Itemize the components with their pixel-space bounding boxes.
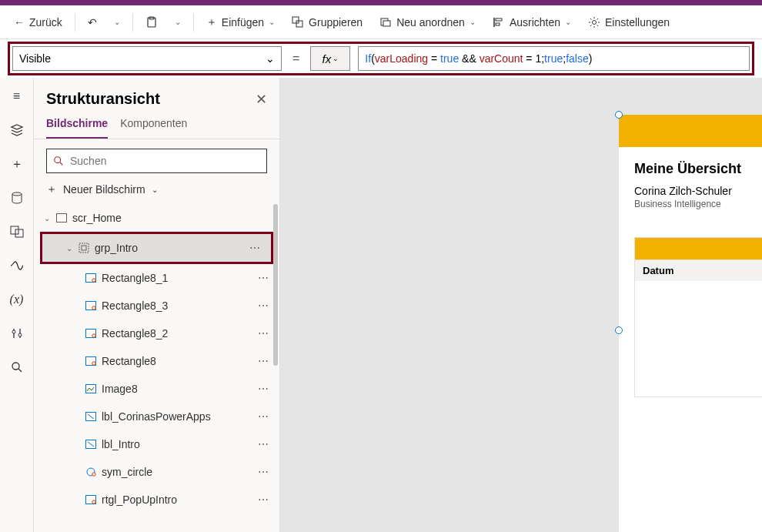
- clipboard-icon: [145, 16, 158, 28]
- svg-point-15: [12, 330, 15, 333]
- tree-view-button[interactable]: [5, 118, 29, 142]
- app-title-bar: Lunch Dat: [619, 115, 762, 147]
- flows-rail-button[interactable]: [5, 253, 29, 278]
- formula-input[interactable]: If(varLoading = true && varCount = 1;tru…: [358, 46, 750, 71]
- tree-item[interactable]: Image8⋯: [34, 375, 279, 403]
- chevron-down-icon: ⌄: [565, 18, 571, 26]
- more-icon[interactable]: ⋯: [258, 299, 269, 312]
- svg-rect-12: [15, 229, 23, 237]
- tree-item-label: rtgl_PopUpIntro: [102, 494, 177, 506]
- more-icon[interactable]: ⋯: [258, 410, 269, 423]
- variables-rail-button[interactable]: (x): [5, 287, 29, 312]
- col-date: Datum: [635, 260, 762, 281]
- search-input[interactable]: [70, 155, 260, 167]
- undo-button[interactable]: ↶: [80, 12, 105, 33]
- svg-rect-11: [11, 226, 18, 234]
- tree-item-group[interactable]: ⌄ grp_Intro ⋯: [42, 234, 271, 262]
- svg-point-9: [593, 20, 597, 24]
- chevron-down-icon[interactable]: ⌄: [42, 214, 52, 223]
- control-icon: [85, 466, 97, 478]
- insert-button[interactable]: ＋ Einfügen ⌄: [199, 11, 282, 34]
- fx-icon: fx: [323, 52, 332, 65]
- paste-button[interactable]: [138, 12, 165, 33]
- svg-rect-32: [86, 385, 96, 393]
- chevron-down-icon[interactable]: ⌄: [64, 244, 75, 253]
- plus-icon: ＋: [46, 182, 57, 196]
- tree-item[interactable]: Rectangle8_1⋯: [34, 264, 279, 292]
- tree-item-label: scr_Home: [72, 212, 122, 224]
- user-dept: Business Intelligence: [634, 199, 762, 209]
- tree-item-label: Rectangle8_3: [102, 299, 168, 312]
- tree-item[interactable]: Rectangle8⋯: [34, 347, 279, 375]
- group-button[interactable]: Gruppieren: [284, 12, 370, 33]
- svg-point-27: [92, 306, 95, 309]
- formula-kw3: false: [566, 52, 589, 65]
- tree-item-label: Rectangle8_1: [102, 272, 168, 284]
- arrow-left-icon: ←: [14, 16, 25, 28]
- chevron-down-icon: ⌄: [114, 18, 120, 26]
- tree-item[interactable]: lbl_Intro⋯: [34, 430, 279, 458]
- variable-icon: (x): [10, 293, 24, 306]
- selected-tree-highlight: ⌄ grp_Intro ⋯: [40, 232, 273, 264]
- tree-item[interactable]: rtgl_PopUpIntro⋯: [34, 486, 279, 514]
- app-preview[interactable]: Lunch Dat Meine Übersicht Corina Zilch-S…: [619, 115, 762, 532]
- close-icon[interactable]: ✕: [256, 91, 267, 108]
- align-button[interactable]: Ausrichten ⌄: [485, 12, 579, 33]
- formula-bar: Visible ⌄ = fx ⌄ If(varLoading = true &&…: [0, 39, 762, 78]
- tools-rail-button[interactable]: [5, 321, 29, 346]
- canvas-area[interactable]: Lunch Dat Meine Übersicht Corina Zilch-S…: [280, 78, 762, 532]
- more-icon[interactable]: ⋯: [249, 242, 260, 254]
- formula-kw1: true: [440, 52, 459, 65]
- paste-dropdown[interactable]: ⌄: [167, 13, 189, 31]
- tree-item-screen[interactable]: ⌄ scr_Home: [34, 204, 279, 232]
- svg-point-25: [92, 279, 95, 282]
- svg-line-36: [88, 442, 94, 447]
- more-icon[interactable]: ⋯: [258, 383, 269, 395]
- search-input-wrapper[interactable]: [46, 149, 267, 173]
- tree-item[interactable]: sym_circle⋯: [34, 458, 279, 486]
- property-selector[interactable]: Visible ⌄: [12, 46, 282, 71]
- table-header: Anstehende Ter: [635, 238, 762, 259]
- selection-handle[interactable]: [615, 111, 623, 119]
- more-icon[interactable]: ⋯: [258, 466, 269, 478]
- settings-button[interactable]: Einstellungen: [580, 12, 677, 33]
- search-rail-button[interactable]: [5, 355, 29, 380]
- tools-icon: [11, 327, 23, 340]
- more-icon[interactable]: ⋯: [258, 327, 269, 340]
- back-button[interactable]: ← Zurück: [6, 12, 70, 33]
- new-screen-label: Neuer Bildschirm: [63, 183, 145, 196]
- undo-dropdown[interactable]: ⌄: [106, 13, 128, 31]
- reorder-button[interactable]: Neu anordnen ⌄: [372, 12, 483, 33]
- more-icon[interactable]: ⋯: [258, 355, 269, 367]
- data-rail-button[interactable]: [5, 186, 29, 210]
- svg-point-16: [18, 333, 22, 336]
- more-icon[interactable]: ⋯: [258, 438, 269, 450]
- search-icon: [53, 156, 64, 166]
- fx-button[interactable]: fx ⌄: [310, 46, 350, 71]
- new-screen-button[interactable]: ＋ Neuer Bildschirm ⌄: [34, 179, 279, 204]
- plus-icon: ＋: [206, 15, 217, 29]
- insert-rail-button[interactable]: ＋: [5, 152, 29, 176]
- chevron-down-icon: ⌄: [152, 186, 158, 194]
- selection-handle[interactable]: [615, 326, 623, 334]
- tree-item[interactable]: lbl_CorinasPowerApps⋯: [34, 403, 279, 430]
- title-bar: [0, 0, 762, 5]
- tab-components[interactable]: Komponenten: [120, 111, 187, 139]
- more-icon[interactable]: ⋯: [258, 272, 269, 284]
- svg-rect-22: [79, 243, 89, 253]
- chevron-down-icon: ⌄: [470, 18, 476, 26]
- svg-rect-21: [57, 214, 67, 223]
- appointments-table: Anstehende Ter Datum Essensp: [634, 237, 762, 397]
- panel-title: Strukturansicht: [46, 90, 160, 108]
- tree-item[interactable]: Rectangle8_3⋯: [34, 292, 279, 320]
- tab-screens[interactable]: Bildschirme: [46, 111, 108, 139]
- media-icon: [10, 226, 24, 238]
- tree-item[interactable]: Rectangle8_2⋯: [34, 320, 279, 347]
- svg-rect-8: [496, 23, 500, 25]
- more-icon[interactable]: ⋯: [258, 494, 269, 506]
- svg-rect-5: [383, 21, 390, 26]
- formula-highlight: Visible ⌄ = fx ⌄ If(varLoading = true &&…: [8, 42, 754, 75]
- media-rail-button[interactable]: [5, 219, 29, 244]
- gear-icon: [588, 16, 600, 28]
- hamburger-button[interactable]: ≡: [5, 84, 29, 109]
